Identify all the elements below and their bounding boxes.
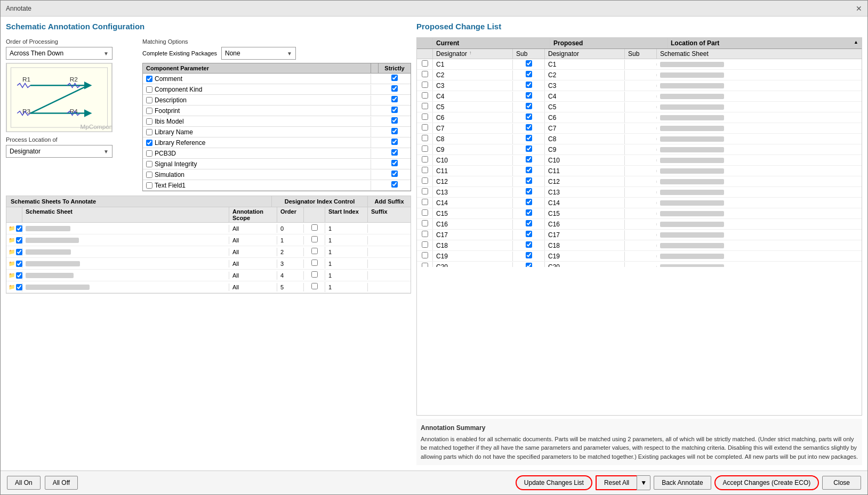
param-checkbox[interactable]: [146, 150, 152, 157]
complete-dropdown[interactable]: None ▼: [221, 47, 296, 60]
sheet-checkbox[interactable]: [16, 284, 22, 290]
strictly-checkbox[interactable]: [391, 75, 398, 81]
param-checkbox[interactable]: [146, 108, 152, 114]
proposed-row-checkbox[interactable]: [422, 252, 428, 258]
param-checkbox[interactable]: [146, 161, 152, 167]
update-changes-button[interactable]: Update Changes List: [516, 475, 592, 490]
proposed-row-checkbox[interactable]: [422, 241, 428, 248]
sheet-checkbox[interactable]: [16, 225, 22, 232]
current-sub-checkbox[interactable]: [526, 135, 532, 141]
proposed-row-checkbox[interactable]: [422, 263, 428, 267]
current-designator: C2: [433, 70, 513, 80]
proposed-row-checkbox[interactable]: [422, 209, 428, 216]
sheet-checkbox[interactable]: [16, 249, 22, 255]
proposed-row-checkbox[interactable]: [422, 188, 428, 194]
proposed-row-checkbox[interactable]: [422, 199, 428, 205]
strictly-checkbox[interactable]: [391, 107, 398, 113]
param-checkbox[interactable]: [146, 129, 152, 135]
bottom-right-buttons: Update Changes List Reset All ▼ Back Ann…: [516, 475, 861, 490]
param-checkbox[interactable]: [146, 97, 152, 103]
proposed-row-checkbox[interactable]: [422, 103, 428, 109]
sheet-index-checkbox[interactable]: [311, 236, 318, 242]
strictly-checkbox[interactable]: [391, 160, 398, 166]
sheet-checkbox[interactable]: [16, 272, 22, 279]
proposed-header: Proposed: [550, 38, 668, 48]
current-sub-checkbox[interactable]: [526, 167, 532, 173]
sheet-suffix: [368, 239, 411, 241]
sheet-start: 1: [325, 283, 368, 291]
current-sub-checkbox[interactable]: [526, 113, 532, 120]
current-sub-checkbox[interactable]: [526, 71, 532, 77]
proposed-row-checkbox[interactable]: [422, 177, 428, 184]
proposed-row-checkbox[interactable]: [422, 220, 428, 226]
sheet-suffix: [368, 263, 411, 265]
proposed-row-checkbox[interactable]: [422, 124, 428, 131]
proposed-row-checkbox[interactable]: [422, 113, 428, 120]
back-annotate-button[interactable]: Back Annotate: [654, 476, 711, 490]
proposed-row-checkbox[interactable]: [422, 71, 428, 77]
reset-all-dropdown-arrow[interactable]: ▼: [637, 475, 650, 490]
current-sub-checkbox[interactable]: [526, 231, 532, 237]
sheet-index-checkbox[interactable]: [311, 283, 318, 289]
param-checkbox[interactable]: [146, 172, 152, 178]
current-sub-checkbox[interactable]: [526, 209, 532, 216]
current-sub-checkbox[interactable]: [526, 124, 532, 131]
all-on-button[interactable]: All On: [7, 476, 41, 490]
sheet-checkbox[interactable]: [16, 237, 22, 244]
current-designator: C18: [433, 241, 513, 250]
reset-all-button[interactable]: Reset All: [596, 475, 637, 490]
proposed-row-checkbox[interactable]: [422, 167, 428, 173]
sheet-index-checkbox[interactable]: [311, 271, 318, 278]
current-sub-checkbox[interactable]: [526, 177, 532, 184]
proposed-row-checkbox[interactable]: [422, 135, 428, 141]
proposed-row-checkbox[interactable]: [422, 60, 428, 67]
sheet-index-checkbox[interactable]: [311, 224, 318, 231]
sheet-checkbox[interactable]: [16, 261, 22, 267]
current-designator: C11: [433, 166, 513, 176]
current-sub-checkbox[interactable]: [526, 82, 532, 88]
window-close-button[interactable]: ✕: [856, 4, 862, 13]
current-sub-checkbox[interactable]: [526, 241, 532, 248]
current-sub-checkbox[interactable]: [526, 220, 532, 226]
all-off-button[interactable]: All Off: [45, 476, 78, 490]
sheet-index-checkbox[interactable]: [311, 248, 318, 254]
strictly-checkbox[interactable]: [391, 171, 398, 177]
scroll-up-btn[interactable]: ▲: [854, 39, 858, 47]
param-checkbox[interactable]: [146, 86, 152, 93]
proposed-row-checkbox[interactable]: [422, 231, 428, 237]
strictly-checkbox[interactable]: [391, 96, 398, 102]
strictly-checkbox[interactable]: [391, 85, 398, 92]
proposed-designator: C13: [545, 188, 625, 197]
proposed-row-checkbox[interactable]: [422, 82, 428, 88]
proposed-designator: C18: [545, 241, 625, 250]
strictly-checkbox[interactable]: [391, 139, 398, 145]
param-checkbox[interactable]: [146, 118, 152, 125]
strictly-checkbox[interactable]: [391, 128, 398, 134]
current-sub-checkbox[interactable]: [526, 103, 532, 109]
current-sub-checkbox[interactable]: [526, 263, 532, 267]
current-sub-checkbox[interactable]: [526, 92, 532, 99]
sheet-col-suffix: Suffix: [368, 207, 411, 222]
proposed-row-checkbox[interactable]: [422, 145, 428, 152]
close-button[interactable]: Close: [822, 476, 861, 490]
current-sub-checkbox[interactable]: [526, 156, 532, 163]
strictly-checkbox[interactable]: [391, 117, 398, 124]
proposed-row-checkbox[interactable]: [422, 156, 428, 163]
process-dropdown[interactable]: Designator ▼: [6, 145, 112, 158]
current-sub-checkbox[interactable]: [526, 145, 532, 152]
strictly-checkbox[interactable]: [391, 149, 398, 156]
order-dropdown[interactable]: Across Then Down ▼: [6, 47, 112, 60]
accept-changes-button[interactable]: Accept Changes (Create ECO): [714, 475, 819, 490]
current-sub-checkbox[interactable]: [526, 60, 532, 67]
strictly-checkbox[interactable]: [391, 181, 398, 188]
current-sub-checkbox[interactable]: [526, 199, 532, 205]
param-checkbox[interactable]: [146, 140, 152, 146]
current-sub-checkbox[interactable]: [526, 188, 532, 194]
sheet-index-checkbox[interactable]: [311, 259, 318, 266]
sheet-name-blurred: [26, 261, 80, 266]
current-sub-checkbox[interactable]: [526, 252, 532, 258]
proposed-row-checkbox[interactable]: [422, 92, 428, 99]
matching-row: PCB3D: [143, 148, 411, 159]
param-checkbox[interactable]: [146, 182, 152, 189]
param-checkbox[interactable]: [146, 76, 152, 82]
